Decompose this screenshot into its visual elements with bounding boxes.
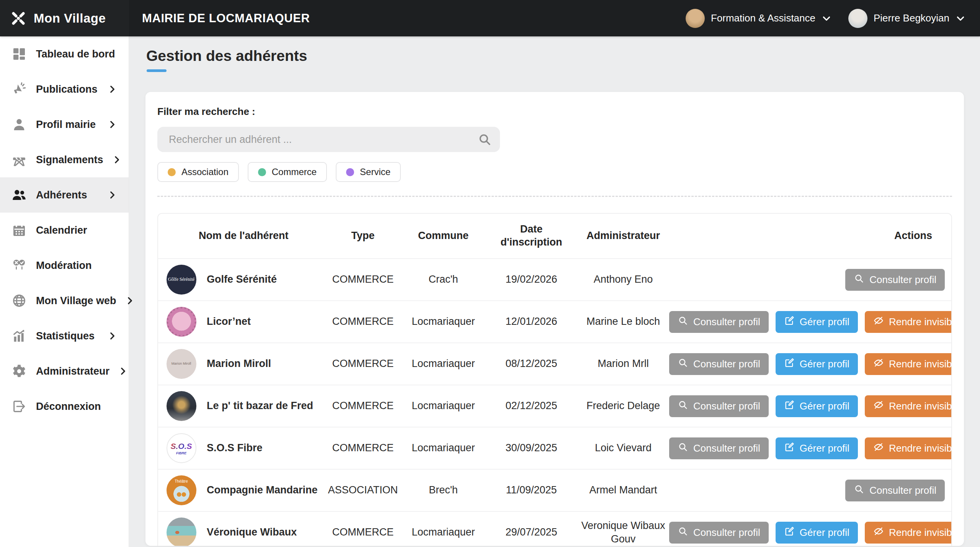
member-logo-licornet: [167, 307, 196, 337]
sidebar-item-moderation[interactable]: Modération: [0, 248, 129, 283]
sidebar-item-profil-mairie[interactable]: Profil mairie: [0, 107, 129, 142]
member-date: 02/12/2025: [485, 399, 577, 413]
formation-avatar: [686, 9, 705, 28]
rendre-invisible-button[interactable]: Rendre invisible: [865, 522, 952, 544]
rendre-invisible-button[interactable]: Rendre invisible: [865, 353, 952, 375]
chevron-down-icon: [956, 13, 965, 23]
sidebar-item-statistiques[interactable]: Statistiques: [0, 318, 129, 354]
edit-icon: [784, 400, 795, 413]
search-icon: [478, 133, 492, 146]
sidebar-item-adherents[interactable]: Adhérents: [0, 177, 129, 213]
search-icon: [678, 400, 688, 413]
consulter-profil-button[interactable]: Consulter profil: [669, 437, 769, 459]
gerer-profil-button[interactable]: Gérer profil: [776, 437, 858, 459]
filter-label: Filter ma recherche :: [157, 106, 952, 118]
search-input[interactable]: [157, 127, 500, 152]
sidebar-item-deconnexion[interactable]: Déconnexion: [0, 389, 129, 424]
chevron-right-icon: [107, 84, 117, 94]
globe-icon: [11, 292, 28, 309]
member-name: Le p' tit bazar de Fred: [202, 399, 325, 413]
consulter-profil-button[interactable]: Consulter profil: [669, 311, 769, 333]
logout-icon: [11, 398, 28, 415]
consulter-profil-button[interactable]: Consulter profil: [669, 395, 769, 417]
rendre-invisible-button[interactable]: Rendre invisible: [865, 437, 952, 459]
logo-text: Mon Village: [34, 11, 106, 26]
column-header-actions: Actions: [669, 229, 951, 242]
search-icon: [678, 526, 688, 539]
rendre-invisible-button[interactable]: Rendre invisible: [865, 311, 952, 333]
header-menu-user-account[interactable]: Pierre Begkoyian: [848, 9, 965, 28]
chevron-right-icon: [125, 296, 135, 306]
table-row: S.O.SFIBRE S.O.S Fibre COMMERCE Locmaria…: [158, 427, 951, 469]
member-date: 11/09/2025: [485, 483, 577, 497]
filter-chip-association[interactable]: Association: [157, 162, 239, 182]
sidebar: Tableau de bord Publications Profil mair…: [0, 36, 129, 547]
search-icon: [678, 442, 688, 455]
gerer-profil-button[interactable]: Gérer profil: [776, 353, 858, 375]
member-name: Licor’net: [202, 315, 325, 328]
megaphone-icon: [11, 81, 28, 98]
edit-icon: [784, 357, 795, 371]
consulter-profil-button[interactable]: Consulter profil: [845, 269, 945, 291]
search-box: [157, 127, 500, 152]
filter-chip-service[interactable]: Service: [336, 162, 401, 182]
column-header-commune: Commune: [401, 229, 485, 242]
member-logo-veronique: [167, 518, 196, 546]
sidebar-item-administrateur[interactable]: Administrateur: [0, 354, 129, 389]
gear-icon: [11, 363, 28, 380]
table-header-row: Nom de l'adhérentTypeCommuneDate d'inscr…: [158, 214, 951, 258]
member-commune: Brec'h: [401, 483, 485, 497]
table-row: Théâtre Compagnie Mandarine ASSOCIATION …: [158, 469, 951, 511]
column-header-type: Type: [325, 229, 401, 242]
column-header-date: Date d'inscription: [499, 223, 564, 249]
sidebar-item-tableau-de-bord[interactable]: Tableau de bord: [0, 36, 129, 72]
member-name: S.O.S Fibre: [202, 441, 325, 455]
member-name: Compagnie Mandarine: [202, 483, 325, 497]
rendre-invisible-button[interactable]: Rendre invisible: [865, 395, 952, 417]
chip-color-dot: [346, 168, 354, 176]
calendar-icon: [11, 222, 28, 239]
app-logo[interactable]: Mon Village: [0, 0, 129, 36]
member-commune: Locmariaquer: [401, 441, 485, 455]
member-commune: Locmariaquer: [401, 399, 485, 413]
pinwheel-logo-icon: [9, 9, 28, 28]
member-name: Marion Miroll: [202, 357, 325, 370]
gerer-profil-button[interactable]: Gérer profil: [776, 522, 858, 544]
sidebar-item-signalements[interactable]: Signalements: [0, 142, 129, 177]
member-admin: Loic Vievard: [577, 441, 669, 455]
search-icon: [854, 484, 864, 497]
search-icon: [678, 315, 688, 329]
member-type: COMMERCE: [325, 315, 401, 328]
edit-icon: [784, 315, 795, 329]
chip-color-dot: [258, 168, 266, 176]
barrier-icon: [11, 151, 28, 168]
member-type: COMMERCE: [325, 273, 401, 286]
chevron-right-icon: [107, 331, 117, 341]
member-type: COMMERCE: [325, 441, 401, 455]
header-menu-formation-assistance[interactable]: Formation & Assistance: [686, 9, 831, 28]
member-logo-marion: Marion Miroll: [167, 349, 196, 379]
search-icon: [854, 273, 864, 287]
member-admin: Veronique Wibaux Gouv: [577, 519, 669, 546]
table-row: Licor’net COMMERCE Locmariaquer 12/01/20…: [158, 300, 951, 342]
filter-chips: Association Commerce Service: [157, 162, 952, 182]
sidebar-item-calendrier[interactable]: Calendrier: [0, 213, 129, 248]
filter-chip-commerce[interactable]: Commerce: [248, 162, 327, 182]
sidebar-item-mon-village-web[interactable]: Mon Village web: [0, 283, 129, 318]
consulter-profil-button[interactable]: Consulter profil: [845, 480, 945, 501]
gerer-profil-button[interactable]: Gérer profil: [776, 395, 858, 417]
member-admin: Marine Le bloch: [577, 315, 669, 328]
member-date: 29/07/2025: [485, 526, 577, 539]
member-date: 08/12/2025: [485, 357, 577, 370]
consulter-profil-button[interactable]: Consulter profil: [669, 353, 769, 375]
gerer-profil-button[interactable]: Gérer profil: [776, 311, 858, 333]
member-admin: Anthony Eno: [577, 273, 669, 286]
members-card: Filter ma recherche : Association Commer…: [145, 92, 964, 546]
member-commune: Locmariaquer: [401, 526, 485, 539]
consulter-profil-button[interactable]: Consulter profil: [669, 522, 769, 544]
member-date: 30/09/2025: [485, 441, 577, 455]
moderation-icon: [11, 257, 28, 274]
eye-slash-icon: [873, 526, 884, 539]
sidebar-item-publications[interactable]: Publications: [0, 72, 129, 107]
main-content: Gestion des adhérents Filter ma recherch…: [129, 36, 980, 547]
